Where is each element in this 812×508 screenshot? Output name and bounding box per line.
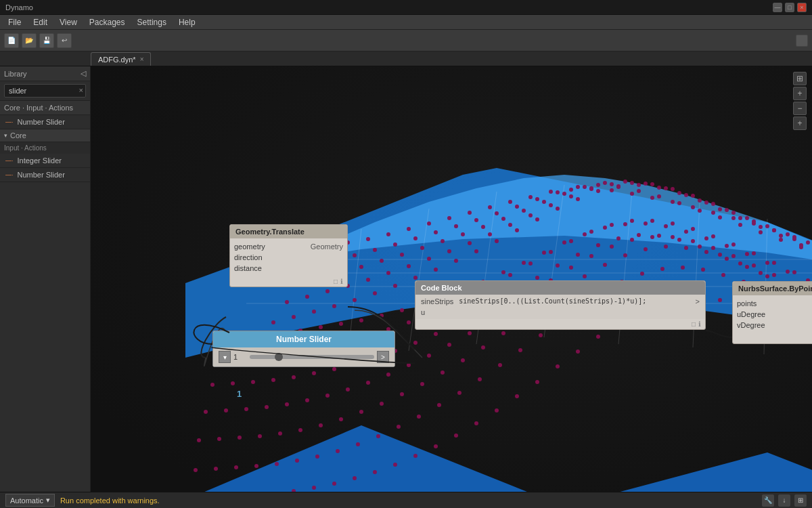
svg-point-372: [495, 408, 499, 412]
svg-point-301: [441, 371, 445, 375]
svg-point-18: [366, 237, 370, 241]
svg-point-134: [434, 268, 438, 272]
svg-point-99: [325, 289, 330, 293]
svg-point-36: [731, 216, 736, 220]
menu-settings[interactable]: Settings: [132, 16, 172, 28]
svg-point-76: [441, 239, 445, 243]
svg-point-238: [556, 263, 560, 268]
slider-controls: ▾ 1 >: [213, 347, 394, 366]
svg-point-84: [603, 181, 607, 185]
sidebar-collapse-icon[interactable]: ◁: [81, 69, 86, 78]
zoom-fit-button[interactable]: ⊞: [793, 72, 807, 85]
svg-point-309: [603, 263, 607, 267]
svg-point-281: [731, 254, 736, 258]
number-slider-node[interactable]: Number Slider ▾ 1 >: [212, 331, 395, 367]
svg-point-297: [359, 410, 363, 414]
svg-point-118: [711, 202, 715, 206]
close-button[interactable]: ×: [797, 3, 807, 12]
maximize-button[interactable]: □: [785, 3, 794, 12]
svg-point-162: [359, 318, 363, 322]
canvas[interactable]: ⊞ + − + Geometry.Translate geometry Geom…: [91, 66, 812, 508]
svg-point-94: [806, 240, 810, 245]
sidebar-item-number-slider-top[interactable]: —· Number Slider: [0, 115, 90, 129]
svg-point-265: [407, 363, 411, 367]
code-block-node[interactable]: Code Block sineStrips u sineStrips[0..((…: [415, 280, 706, 330]
new-button[interactable]: 📄: [4, 33, 19, 48]
search-input[interactable]: [4, 84, 86, 98]
svg-point-215: [772, 261, 776, 265]
zoom-in-button[interactable]: +: [793, 87, 807, 100]
svg-point-77: [461, 232, 465, 236]
svg-point-142: [596, 189, 600, 193]
slider-thumb[interactable]: [275, 353, 283, 361]
svg-point-79: [501, 217, 505, 221]
slider-track[interactable]: [250, 355, 374, 359]
status-icon-2[interactable]: ↓: [778, 494, 790, 507]
node-checkbox-icon: □: [334, 278, 338, 285]
svg-point-240: [596, 243, 600, 247]
svg-point-139: [535, 217, 539, 221]
menu-packages[interactable]: Packages: [84, 16, 131, 28]
canvas-controls: ⊞ + − +: [793, 72, 807, 130]
svg-point-326: [254, 464, 258, 468]
svg-point-208: [630, 219, 634, 223]
svg-point-374: [535, 380, 539, 384]
svg-point-161: [339, 322, 343, 326]
undo-button[interactable]: ↩: [57, 33, 72, 48]
svg-point-260: [305, 398, 309, 402]
svg-point-310: [623, 253, 627, 257]
svg-point-314: [704, 250, 708, 254]
nurbs-surface-footer: □ ℹ: [733, 333, 812, 343]
geometry-translate-header: Geometry.Translate: [230, 225, 347, 238]
svg-point-23: [468, 211, 472, 215]
zoom-reset-button[interactable]: +: [793, 117, 807, 130]
svg-point-197: [407, 320, 411, 324]
svg-point-303: [481, 345, 485, 350]
svg-point-105: [447, 249, 451, 253]
open-button[interactable]: 📂: [22, 33, 37, 48]
node-title: Geometry.Translate: [235, 228, 304, 236]
node-title: Code Block: [421, 284, 462, 292]
svg-point-35: [711, 211, 715, 215]
slider-increment-btn[interactable]: >: [377, 351, 389, 363]
svg-point-98: [305, 295, 309, 299]
svg-point-145: [657, 186, 661, 190]
svg-point-246: [718, 253, 722, 257]
svg-point-51: [495, 211, 499, 215]
search-clear-icon[interactable]: ×: [79, 86, 83, 94]
svg-point-108: [508, 223, 512, 227]
sidebar-core-section[interactable]: ▾ Core: [0, 129, 90, 142]
svg-point-128: [312, 310, 316, 314]
geometry-translate-node[interactable]: Geometry.Translate geometry Geometry dir…: [229, 224, 348, 287]
tab-close-icon[interactable]: ×: [140, 56, 144, 63]
port-points-label: points: [737, 299, 757, 308]
value-indicator: 1: [237, 389, 242, 399]
menu-help[interactable]: Help: [173, 16, 201, 28]
minimize-button[interactable]: —: [773, 3, 782, 12]
svg-point-207: [610, 223, 614, 227]
sidebar-item-integer-slider[interactable]: —· Integer Slider: [0, 154, 90, 168]
svg-point-323: [194, 468, 198, 472]
toolbar-right-button[interactable]: [796, 35, 808, 47]
svg-point-308: [583, 274, 587, 278]
slider-chevron-btn[interactable]: ▾: [219, 351, 231, 363]
svg-point-377: [596, 335, 600, 339]
svg-point-295: [319, 423, 323, 427]
save-button[interactable]: 💾: [39, 33, 54, 48]
nurbs-surface-node[interactable]: NurbsSurface.ByPoints points NurbsSurfac…: [732, 281, 812, 344]
svg-point-202: [508, 273, 512, 277]
titlebar-controls: — □ ×: [773, 3, 807, 12]
tab-adfg[interactable]: ADFG.dyn* ×: [91, 52, 151, 66]
svg-point-224: [271, 378, 275, 382]
menu-file[interactable]: File: [3, 16, 26, 28]
svg-point-367: [393, 463, 397, 467]
sidebar-item-number-slider-bottom[interactable]: —· Number Slider: [0, 168, 90, 182]
menu-view[interactable]: View: [54, 16, 83, 28]
run-mode-selector[interactable]: Automatic ▾: [5, 494, 55, 507]
status-icon-1[interactable]: 🔧: [762, 494, 774, 507]
code-block-output: >: [696, 297, 700, 316]
zoom-out-button[interactable]: −: [793, 102, 807, 115]
menu-edit[interactable]: Edit: [28, 16, 53, 28]
status-icon-3[interactable]: ⊞: [794, 494, 807, 507]
geometry-translate-footer: □ ℹ: [230, 276, 347, 287]
